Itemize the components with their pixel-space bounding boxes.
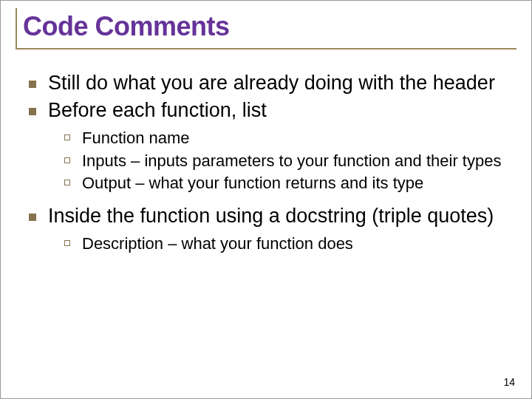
sub-list: Description – what your function does bbox=[29, 233, 516, 255]
bullet-item: Still do what you are already doing with… bbox=[29, 70, 516, 96]
sub-bullet-item: Output – what your function returns and … bbox=[64, 173, 516, 194]
sub-bullet-icon bbox=[64, 134, 70, 140]
sub-bullet-icon bbox=[64, 157, 70, 163]
bullet-text: Before each function, list bbox=[48, 98, 267, 123]
sub-bullet-item: Description – what your function does bbox=[64, 233, 516, 255]
bullet-item: Before each function, list bbox=[29, 98, 516, 123]
slide-title: Code Comments bbox=[23, 11, 516, 42]
sub-bullet-icon bbox=[64, 180, 70, 185]
sub-bullet-item: Function name bbox=[64, 128, 516, 149]
sub-bullet-icon bbox=[64, 240, 70, 246]
slide: Code Comments Still do what you are alre… bbox=[1, 1, 531, 398]
sub-list: Function name Inputs – inputs parameters… bbox=[29, 128, 516, 194]
bullet-text: Inside the function using a docstring (t… bbox=[48, 203, 494, 229]
page-number: 14 bbox=[503, 376, 515, 388]
bullet-icon bbox=[29, 214, 36, 221]
sub-bullet-text: Inputs – inputs parameters to your funct… bbox=[82, 151, 501, 172]
bullet-item: Inside the function using a docstring (t… bbox=[29, 203, 516, 229]
content-area: Still do what you are already doing with… bbox=[16, 70, 516, 255]
title-container: Code Comments bbox=[16, 8, 516, 50]
bullet-text: Still do what you are already doing with… bbox=[48, 70, 495, 96]
sub-bullet-text: Description – what your function does bbox=[82, 233, 353, 255]
bullet-icon bbox=[29, 81, 36, 88]
sub-bullet-text: Function name bbox=[82, 128, 190, 149]
sub-bullet-text: Output – what your function returns and … bbox=[82, 173, 423, 194]
bullet-icon bbox=[29, 108, 36, 115]
sub-bullet-item: Inputs – inputs parameters to your funct… bbox=[64, 151, 516, 172]
